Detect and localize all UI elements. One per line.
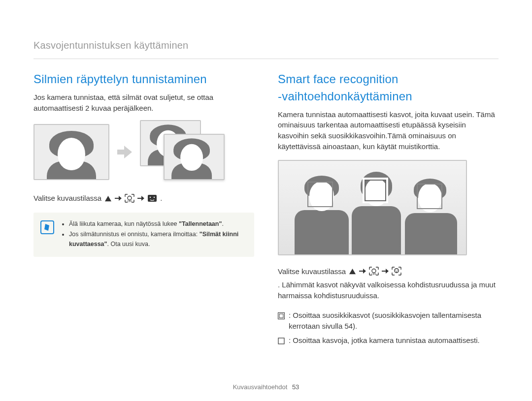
arrow-icon bbox=[359, 268, 366, 274]
svg-point-9 bbox=[397, 270, 398, 271]
svg-rect-11 bbox=[279, 314, 283, 318]
bullet-auto-face: : Osoittaa kasvoja, jotka kamera tunnist… bbox=[278, 335, 499, 347]
instruction-prefix: Valitse kuvaustilassa bbox=[33, 193, 101, 204]
svg-rect-10 bbox=[278, 312, 285, 319]
footer-page-number: 53 bbox=[292, 383, 299, 391]
smart-face-instruction: Valitse kuvaustilassa OFF . Lähimmät kas… bbox=[278, 266, 499, 301]
smart-face-icon bbox=[392, 267, 401, 276]
indicator-bullets: : Osoittaa suosikkikasvot (suosikkikasvo… bbox=[278, 310, 499, 347]
svg-point-3 bbox=[150, 197, 151, 198]
right-column: Smart face recognition -vaihtoehdonkäytt… bbox=[266, 71, 499, 351]
arrow-right-icon bbox=[116, 145, 133, 159]
arrow-icon bbox=[115, 195, 122, 201]
up-triangle-icon bbox=[349, 268, 356, 275]
svg-text:OFF: OFF bbox=[127, 200, 132, 203]
note-item: Jos silmätunnistus ei onnistu, kamera il… bbox=[69, 230, 245, 249]
note-list: Älä liikuta kameraa, kun näytössä lukee … bbox=[61, 219, 245, 249]
period: . bbox=[160, 193, 162, 204]
face-off-icon: OFF bbox=[369, 267, 379, 276]
heading-blink-detection: Silmien räpyttelyn tunnistaminen bbox=[33, 71, 254, 88]
smart-face-description: Kamera tunnistaa automaattisesti kasvot,… bbox=[278, 109, 499, 152]
blink-instruction-line: Valitse kuvaustilassa OFF . bbox=[33, 193, 254, 204]
blink-figure bbox=[33, 120, 254, 184]
arrow-icon bbox=[137, 195, 144, 201]
svg-point-8 bbox=[396, 270, 397, 271]
svg-rect-12 bbox=[278, 338, 284, 344]
footer-section: Kuvausvaihtoehdot bbox=[233, 383, 288, 391]
breadcrumb: Kasvojentunnistuksen käyttäminen bbox=[33, 38, 499, 59]
blink-mode-icon bbox=[147, 194, 157, 203]
double-square-icon bbox=[278, 311, 285, 332]
focus-box-grey bbox=[417, 184, 442, 209]
focus-box-white bbox=[363, 178, 388, 203]
face-off-icon: OFF bbox=[125, 194, 134, 203]
blink-description: Jos kamera tunnistaa, että silmät ovat s… bbox=[33, 92, 254, 114]
blink-frame-single bbox=[33, 124, 109, 180]
left-column: Silmien räpyttelyn tunnistaminen Jos kam… bbox=[33, 71, 266, 351]
up-triangle-icon bbox=[104, 195, 112, 202]
svg-point-4 bbox=[154, 197, 155, 198]
note-icon bbox=[40, 220, 54, 234]
group-face-figure bbox=[278, 160, 467, 255]
single-square-icon bbox=[278, 337, 285, 347]
note-box: Älä liikuta kameraa, kun näytössä lukee … bbox=[33, 213, 254, 257]
page-footer: Kuvausvaihtoehdot 53 bbox=[0, 383, 532, 392]
svg-text:OFF: OFF bbox=[371, 273, 376, 276]
bullet-favorite-face: : Osoittaa suosikkikasvot (suosikkikasvo… bbox=[278, 310, 499, 332]
arrow-icon bbox=[382, 268, 389, 274]
blink-frame-pair bbox=[140, 120, 238, 184]
heading-smart-face: Smart face recognition -vaihtoehdonkäytt… bbox=[278, 71, 499, 105]
focus-box-grey bbox=[307, 182, 333, 207]
note-item: Älä liikuta kameraa, kun näytössä lukee … bbox=[69, 219, 245, 229]
